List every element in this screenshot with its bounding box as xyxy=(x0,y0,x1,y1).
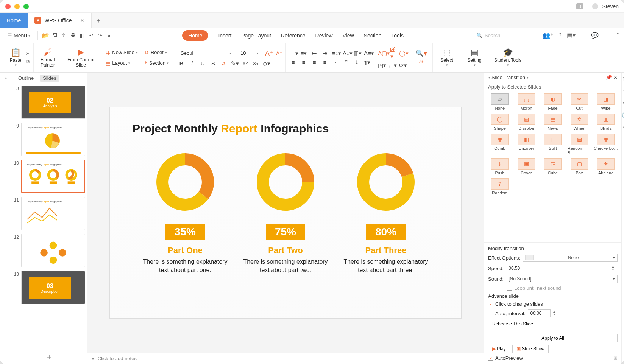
align-right-icon[interactable]: ≡ xyxy=(311,59,318,65)
speed-input[interactable]: 00.50 xyxy=(506,264,609,272)
bold-button[interactable]: B xyxy=(178,60,185,67)
highlight-button[interactable]: ✎▾ xyxy=(231,60,238,67)
align-center-icon[interactable]: ≡ xyxy=(300,59,307,65)
text-direction-icon[interactable]: A↕▾ xyxy=(343,50,349,57)
transition-fade[interactable]: ◐Fade xyxy=(541,93,565,110)
transition-morph[interactable]: ⬚Morph xyxy=(515,93,538,110)
donut-chart-2[interactable]: 75%Part TwoThere is something explanator… xyxy=(238,150,333,274)
more-quick-icon[interactable]: » xyxy=(105,32,113,39)
bullets-icon[interactable]: ≔▾ xyxy=(290,50,296,57)
from-current-slide-button[interactable]: ▶ From Current Slide xyxy=(65,47,97,68)
superscript-button[interactable]: X² xyxy=(242,60,248,67)
transition-box[interactable]: ▢Box xyxy=(568,158,591,175)
transition-random[interactable]: ?Random xyxy=(488,178,512,195)
open-icon[interactable]: 📂 xyxy=(42,32,49,39)
align-text-icon[interactable]: A≡▾ xyxy=(364,50,371,57)
auto-checkbox[interactable] xyxy=(488,311,493,316)
rehearse-button[interactable]: Rehearse This Slide xyxy=(488,320,537,328)
export-icon[interactable]: ⇪ xyxy=(60,32,67,39)
transition-blinds[interactable]: ▥Blinds xyxy=(594,114,618,131)
transition-cut[interactable]: ✂Cut xyxy=(568,93,591,110)
minimize-window[interactable] xyxy=(14,4,20,9)
donut-chart-3[interactable]: 80%Part ThreeThere is something explanat… xyxy=(339,150,433,274)
transition-airplane[interactable]: ✈Airplane xyxy=(594,158,618,175)
add-slide-button[interactable]: ＋ xyxy=(11,349,87,364)
close-panel-icon[interactable]: ✕ xyxy=(613,75,618,80)
print-icon[interactable]: 🖶 xyxy=(69,32,76,39)
copy-icon[interactable]: ⧉ xyxy=(26,58,30,65)
columns-icon[interactable]: ▥▾ xyxy=(353,50,360,57)
panel-title[interactable]: Slide Transition xyxy=(491,75,525,80)
transition-split[interactable]: ◫Split xyxy=(541,134,565,155)
rotate-icon[interactable]: ⟳▾ xyxy=(399,62,406,69)
auto-interval-input[interactable]: 00:00 xyxy=(528,309,551,317)
ribbon-tab-insert[interactable]: Insert xyxy=(218,30,231,41)
tool-3-icon[interactable]: ⇄ xyxy=(623,100,624,106)
grow-font-icon[interactable]: A⁺ xyxy=(265,49,272,58)
tab-home[interactable]: Home xyxy=(0,13,28,28)
notif-badge[interactable]: 3 xyxy=(576,3,583,9)
tab-document[interactable]: P WPS Office ✕ xyxy=(28,13,92,28)
print-preview-icon[interactable]: ◧ xyxy=(78,32,86,39)
indent-up-icon[interactable]: ⤒ xyxy=(343,59,349,66)
close-tab-icon[interactable]: ✕ xyxy=(80,17,84,23)
transition-comb[interactable]: ▦Comb xyxy=(488,134,512,155)
paste-button[interactable]: 📋 Paste▾ xyxy=(5,47,26,68)
tool-4-icon[interactable]: 🕓 xyxy=(622,112,624,118)
ribbon-tab-section[interactable]: Section xyxy=(364,30,382,41)
font-select[interactable]: Seoui▾ xyxy=(178,49,234,58)
slide-thumb-12[interactable] xyxy=(21,234,85,267)
new-tab-button[interactable]: ＋ xyxy=(92,13,105,28)
transition-news[interactable]: ▤News xyxy=(541,114,565,131)
transition-wipe[interactable]: ◨Wipe xyxy=(594,93,618,110)
ribbon-tab-review[interactable]: Review xyxy=(315,30,333,41)
username[interactable]: Steven xyxy=(602,3,619,9)
reset-button[interactable]: ↺Reset▾ xyxy=(143,48,171,57)
feedback-icon[interactable]: 💬 xyxy=(591,32,599,39)
new-slide-button[interactable]: ▦New Slide▾ xyxy=(104,48,140,57)
outline-tab[interactable]: Outline xyxy=(15,75,37,82)
transition-uncover[interactable]: ◧Uncover xyxy=(515,134,538,155)
speed-down[interactable]: ▼ xyxy=(612,268,618,271)
ribbon-tab-tools[interactable]: Tools xyxy=(391,30,404,41)
justify-icon[interactable]: ≡ xyxy=(321,59,328,65)
transition-random-b-[interactable]: ▩Random B… xyxy=(568,134,591,155)
ribbon-tab-page-layout[interactable]: Page Layout xyxy=(241,30,271,41)
select-button[interactable]: ⬚ Select▾ xyxy=(437,47,457,68)
paragraph-icon[interactable]: ¶▾ xyxy=(364,59,371,66)
ribbon-tab-reference[interactable]: Reference xyxy=(281,30,306,41)
format-painter-button[interactable]: 🖌 Farmat Painter xyxy=(37,47,58,68)
section-button[interactable]: §Section▾ xyxy=(143,59,171,67)
play-button[interactable]: ▶ Play xyxy=(488,345,510,353)
collapse-ribbon-icon[interactable]: ⌃ xyxy=(615,32,620,39)
numbering-icon[interactable]: ≡▾ xyxy=(300,50,307,57)
transition-push[interactable]: ↧Push xyxy=(488,158,512,175)
slide-thumb-8[interactable]: 02Analysis xyxy=(21,86,85,119)
transition-cube[interactable]: ◳Cube xyxy=(541,158,565,175)
sound-select[interactable]: [No Sound]▾ xyxy=(506,275,618,283)
indent-down-icon[interactable]: ⤓ xyxy=(353,59,360,66)
menu-button[interactable]: ☰ Menu ▾ xyxy=(4,31,34,40)
save-icon[interactable]: 🖫 xyxy=(51,32,58,39)
shapes-icon[interactable]: ◯▾ xyxy=(399,50,406,57)
tool-5-icon[interactable]: ⊘ xyxy=(623,124,624,130)
autopreview-checkbox[interactable]: ✓ xyxy=(488,356,493,361)
transition-wheel[interactable]: ✲Wheel xyxy=(568,114,591,131)
close-window[interactable] xyxy=(5,4,11,9)
collapse-left-icon[interactable]: « xyxy=(0,73,11,364)
slide-thumb-9[interactable]: Project Monthly Report Infographics xyxy=(21,123,85,156)
increase-indent-icon[interactable]: ⇥ xyxy=(321,50,328,57)
layout-button[interactable]: ▤Layout▾ xyxy=(104,59,140,67)
clear-format-button[interactable]: ◇▾ xyxy=(263,60,270,67)
group-icon[interactable]: ⬚▾ xyxy=(388,62,395,69)
pin-icon[interactable]: 📌 xyxy=(606,75,612,80)
tool-2-icon[interactable]: ✦ xyxy=(623,88,624,94)
line-spacing-icon[interactable]: ≡↕▾ xyxy=(332,50,339,57)
picture-icon[interactable]: 🖼▾ xyxy=(388,47,395,60)
transition-cover[interactable]: ▣Cover xyxy=(515,158,538,175)
search-input[interactable]: 🔍 Search xyxy=(473,31,541,40)
click-checkbox[interactable]: ✓ xyxy=(488,302,493,306)
student-tools-button[interactable]: 🎓 Student Tools▾ xyxy=(492,47,524,68)
font-color-button[interactable]: A xyxy=(220,60,227,67)
transition-none[interactable]: ▱None xyxy=(488,93,512,110)
